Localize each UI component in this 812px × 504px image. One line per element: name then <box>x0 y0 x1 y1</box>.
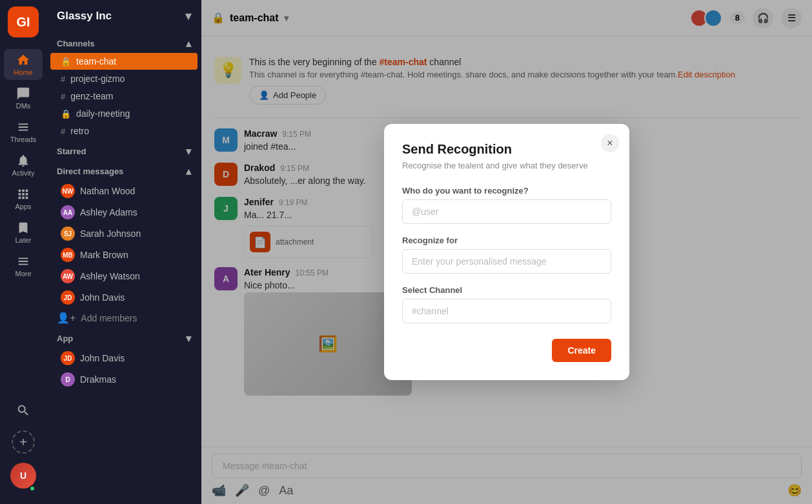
dm-item-1[interactable]: AAAshley Adams <box>50 202 198 223</box>
main-area: 🔒 team-chat ▾ 8 🎧 ☰ 💡 This is the very b… <box>201 0 812 504</box>
dm-avatar-1: AA <box>61 205 75 219</box>
who-label: Who do you want to recognize? <box>402 186 611 196</box>
dm-avatar-2: SJ <box>61 227 75 241</box>
who-form-group: Who do you want to recognize? <box>402 186 611 224</box>
rail-apps[interactable]: Apps <box>4 183 43 214</box>
for-input[interactable] <box>402 249 611 274</box>
rail-add-icon[interactable]: + <box>12 430 35 454</box>
channel-item-project-gizmo[interactable]: #project-gizmo <box>50 70 198 87</box>
dm-avatar-0: NW <box>61 184 75 198</box>
rail-activity[interactable]: Activity <box>4 150 43 181</box>
dm-item-3[interactable]: MBMark Brown <box>50 245 198 265</box>
hash-icon: # <box>61 74 65 84</box>
apps-section-header: App ▾ <box>46 327 201 347</box>
workspace-logo[interactable]: GI <box>8 6 39 37</box>
dm-item-2[interactable]: SJSarah Johnson <box>50 223 198 244</box>
app-item-1[interactable]: DDrakmas <box>50 369 198 390</box>
send-recognition-modal: × Send Recognition Recognise the tealent… <box>384 124 629 380</box>
modal-subtitle: Recognise the tealent and give what they… <box>402 161 611 170</box>
rail-more[interactable]: More <box>4 250 43 281</box>
channels-collapse-icon[interactable]: ▴ <box>186 37 191 50</box>
channel-item-daily-meeting[interactable]: 🔒daily-meeting <box>50 105 198 122</box>
dm-item-0[interactable]: NWNathan Wood <box>50 181 198 201</box>
dm-collapse-icon[interactable]: ▴ <box>186 165 191 177</box>
channel-form-group: Select Channel <box>402 285 611 323</box>
starred-section-header: Starred ▾ <box>46 140 201 160</box>
rail-home[interactable]: Home <box>4 49 43 80</box>
apps-expand-icon[interactable]: ▾ <box>186 332 191 345</box>
dm-avatar-4: AW <box>61 269 75 283</box>
lock-icon: 🔒 <box>61 57 71 66</box>
apps-list: JDJohn DavisDDrakmas <box>46 347 201 390</box>
workspace-dropdown-icon[interactable]: ▾ <box>185 9 191 23</box>
dm-avatar-3: MB <box>61 248 75 262</box>
app-avatar-1: D <box>61 372 75 387</box>
for-label: Recognize for <box>402 236 611 245</box>
icon-rail: GI Home DMs Threads Activity Apps Later … <box>0 0 46 504</box>
add-members-icon: 👤+ <box>57 312 76 324</box>
channel-item-team-chat[interactable]: 🔒team-chat <box>50 53 198 70</box>
modal-close-button[interactable]: × <box>601 134 619 152</box>
channels-section-header: Channels ▴ <box>46 32 201 52</box>
channel-item-retro[interactable]: #retro <box>50 123 198 139</box>
dm-item-4[interactable]: AWAshley Watson <box>50 266 198 287</box>
channels-list: 🔒team-chat#project-gizmo#genz-team🔒daily… <box>46 52 201 140</box>
dm-avatar-5: JD <box>61 290 75 305</box>
channel-label: Select Channel <box>402 285 611 295</box>
rail-later[interactable]: Later <box>4 217 43 248</box>
modal-footer: Create <box>402 339 611 362</box>
starred-expand-icon[interactable]: ▾ <box>186 145 191 157</box>
sidebar: Glassy Inc ▾ Channels ▴ 🔒team-chat#proje… <box>46 0 201 504</box>
add-members-btn[interactable]: 👤+ Add members <box>46 308 201 327</box>
channel-item-genz-team[interactable]: #genz-team <box>50 88 198 105</box>
dm-item-5[interactable]: JDJohn Davis <box>50 287 198 308</box>
app-item-0[interactable]: JDJohn Davis <box>50 348 198 368</box>
rail-threads[interactable]: Threads <box>4 116 43 147</box>
rail-dms[interactable]: DMs <box>4 83 43 114</box>
online-indicator <box>29 485 36 492</box>
user-avatar[interactable]: U <box>10 463 36 489</box>
dm-section-header: Direct messages ▴ <box>46 160 201 180</box>
hash-icon: # <box>61 92 65 101</box>
dm-list: NWNathan WoodAAAshley AdamsSJSarah Johns… <box>46 180 201 308</box>
modal-overlay: × Send Recognition Recognise the tealent… <box>201 0 812 504</box>
workspace-header[interactable]: Glassy Inc ▾ <box>46 0 201 32</box>
channel-input[interactable] <box>402 299 611 323</box>
hash-icon: # <box>61 126 65 136</box>
app-avatar-0: JD <box>61 351 75 365</box>
modal-title: Send Recognition <box>402 142 611 157</box>
create-button[interactable]: Create <box>552 339 611 362</box>
who-input[interactable] <box>402 199 611 224</box>
lock-icon: 🔒 <box>61 109 71 119</box>
for-form-group: Recognize for <box>402 236 611 274</box>
rail-search-icon[interactable] <box>11 398 36 425</box>
